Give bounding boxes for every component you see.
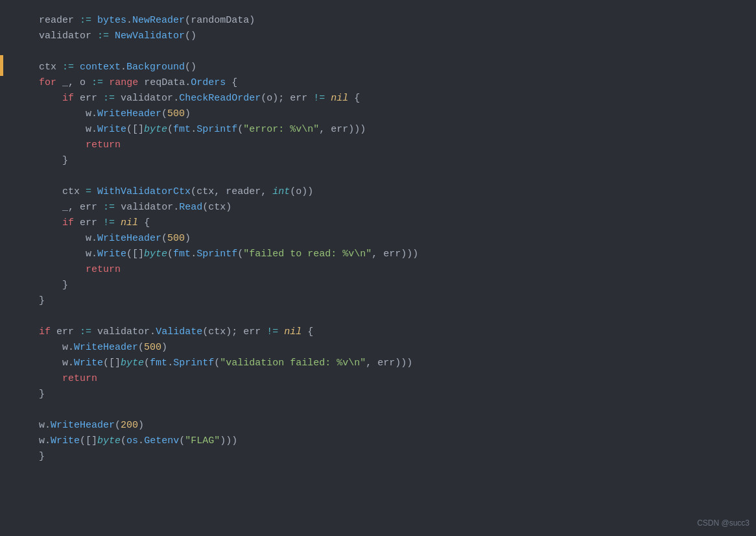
code-lines: reader := bytes.NewReader(randomData) va… <box>0 13 756 465</box>
code-line: if err := validator.Validate(ctx); err !… <box>39 324 743 340</box>
code-line: } <box>39 293 743 309</box>
code-line <box>39 402 743 418</box>
code-line: return <box>39 371 743 387</box>
code-line: w.Write([]byte(fmt.Sprintf("error: %v\n"… <box>39 122 743 138</box>
code-line: } <box>39 449 743 465</box>
code-line <box>39 169 743 184</box>
code-line: for _, o := range reqData.Orders { <box>39 75 743 91</box>
code-line: return <box>39 262 743 278</box>
code-line <box>39 44 743 60</box>
code-line: w.Write([]byte(fmt.Sprintf("failed to re… <box>39 247 743 262</box>
line-indicator <box>0 55 3 76</box>
code-line: reader := bytes.NewReader(randomData) <box>39 13 743 29</box>
code-line: _, err := validator.Read(ctx) <box>39 200 743 215</box>
code-line: ctx = WithValidatorCtx(ctx, reader, int(… <box>39 184 743 200</box>
code-line: } <box>39 153 743 169</box>
code-line: w.WriteHeader(500) <box>39 340 743 356</box>
code-line: } <box>39 387 743 402</box>
code-line: return <box>39 138 743 153</box>
code-editor: reader := bytes.NewReader(randomData) va… <box>0 0 756 536</box>
code-line: validator := NewValidator() <box>39 29 743 44</box>
code-line: ctx := context.Background() <box>39 60 743 75</box>
code-line: w.Write([]byte(os.Getenv("FLAG"))) <box>39 433 743 449</box>
code-line: w.WriteHeader(200) <box>39 418 743 433</box>
code-line: w.WriteHeader(500) <box>39 106 743 122</box>
code-line: } <box>39 278 743 293</box>
code-line: w.WriteHeader(500) <box>39 231 743 247</box>
code-line: if err != nil { <box>39 215 743 231</box>
code-line <box>39 309 743 324</box>
code-line: if err := validator.CheckReadOrder(o); e… <box>39 91 743 106</box>
watermark: CSDN @succ3 <box>697 517 750 530</box>
code-line: w.Write([]byte(fmt.Sprintf("validation f… <box>39 356 743 371</box>
